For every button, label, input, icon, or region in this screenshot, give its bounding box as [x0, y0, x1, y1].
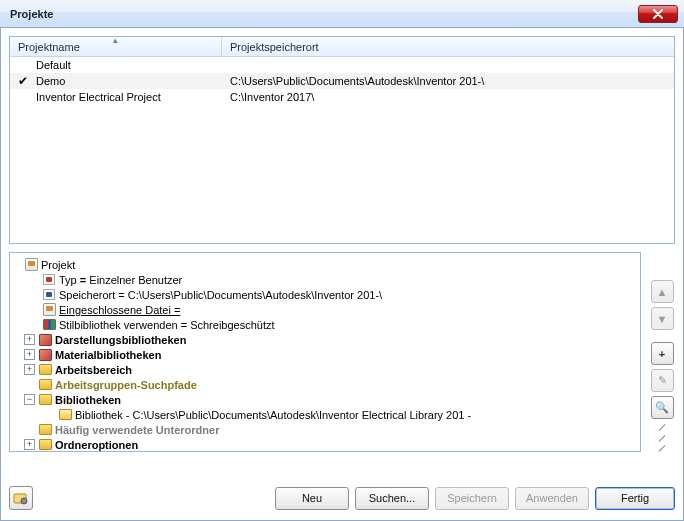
tree-folder-options[interactable]: + Ordneroptionen [14, 437, 636, 452]
bottom-toolbar: Neu Suchen... Speichern Anwenden Fertig [9, 484, 675, 512]
project-list-header: ▴ Projektname Projektspeicherort [10, 37, 674, 57]
tree-appearance-libraries[interactable]: + Darstellungsbibliotheken [14, 332, 636, 347]
project-name-cell: Demo [36, 75, 222, 87]
storage-icon [42, 288, 56, 301]
tree-included-file-label: Eingeschlossene Datei = [59, 304, 180, 316]
expander-plus-icon[interactable]: + [24, 364, 35, 375]
tree-type[interactable]: Typ = Einzelner Benutzer [14, 272, 636, 287]
new-button[interactable]: Neu [275, 487, 349, 510]
included-file-icon [42, 303, 56, 316]
done-button-label: Fertig [621, 492, 649, 504]
edit-button[interactable]: ✎ [651, 369, 674, 392]
tree-appearance-libraries-label: Darstellungsbibliotheken [55, 334, 186, 346]
project-file-icon [24, 258, 38, 271]
done-button[interactable]: Fertig [595, 487, 675, 510]
side-toolbar: ▲ ▼ + ✎ 🔍 [650, 280, 674, 449]
project-location-cell: C:\Users\Public\Documents\Autodesk\Inven… [222, 75, 674, 87]
swatch-icon [42, 318, 56, 331]
tree-root[interactable]: Projekt [14, 257, 636, 272]
search-button-label: Suchen... [369, 492, 415, 504]
folder-open-icon [58, 408, 72, 421]
tree-style-library-label: Stilbibliothek verwenden = Schreibgeschü… [59, 319, 275, 331]
tree-workspace[interactable]: + Arbeitsbereich [14, 362, 636, 377]
tree-library-item[interactable]: Bibliothek - C:\Users\Public\Documents\A… [14, 407, 636, 422]
tree-frequent-subfolders[interactable]: Häufig verwendete Unterordner [14, 422, 636, 437]
folder-icon [38, 393, 52, 406]
project-row[interactable]: Inventor Electrical ProjectC:\Inventor 2… [10, 89, 674, 105]
project-row[interactable]: Default [10, 57, 674, 73]
expander-plus-icon[interactable]: + [24, 334, 35, 345]
tree-library-item-label: Bibliothek - C:\Users\Public\Documents\A… [75, 409, 471, 421]
column-header-location-label: Projektspeicherort [230, 41, 319, 53]
tree-frequent-subfolders-label: Häufig verwendete Unterordner [55, 424, 219, 436]
folder-settings-button[interactable] [9, 486, 33, 510]
tree-included-file[interactable]: Eingeschlossene Datei = [14, 302, 636, 317]
save-button: Speichern [435, 487, 509, 510]
folder-gear-icon [13, 491, 29, 505]
arrow-down-icon: ▼ [657, 313, 668, 325]
tree-libraries[interactable]: − Bibliotheken [14, 392, 636, 407]
tree-workgroup-search-paths[interactable]: Arbeitsgruppen-Suchpfade [14, 377, 636, 392]
close-button[interactable] [638, 5, 678, 23]
apply-button-label: Anwenden [526, 492, 578, 504]
expander-plus-icon[interactable]: + [24, 439, 35, 450]
active-check-icon: ✔ [10, 74, 36, 88]
magnifier-icon: 🔍 [655, 401, 669, 414]
tree-libraries-label: Bibliotheken [55, 394, 121, 406]
tree-style-library[interactable]: Stilbibliothek verwenden = Schreibgeschü… [14, 317, 636, 332]
tree-type-label: Typ = Einzelner Benutzer [59, 274, 182, 286]
folder-icon [38, 363, 52, 376]
add-button[interactable]: + [651, 342, 674, 365]
project-list-body: Default✔DemoC:\Users\Public\Documents\Au… [10, 57, 674, 243]
column-header-location[interactable]: Projektspeicherort [222, 37, 674, 56]
titlebar: Projekte [0, 0, 684, 28]
column-header-name-label: Projektname [18, 41, 80, 53]
type-icon [42, 273, 56, 286]
project-name-cell: Default [36, 59, 222, 71]
pencil-icon: ✎ [658, 374, 667, 387]
tree-storage-label: Speicherort = C:\Users\Public\Documents\… [59, 289, 382, 301]
material-icon [38, 348, 52, 361]
column-header-name[interactable]: ▴ Projektname [10, 37, 222, 56]
arrow-up-icon: ▲ [657, 286, 668, 298]
tree-storage[interactable]: Speicherort = C:\Users\Public\Documents\… [14, 287, 636, 302]
tree-workspace-label: Arbeitsbereich [55, 364, 132, 376]
resize-handle-icon[interactable] [659, 427, 665, 449]
close-icon [652, 9, 664, 19]
save-button-label: Speichern [447, 492, 497, 504]
browse-button[interactable]: 🔍 [651, 396, 674, 419]
search-button[interactable]: Suchen... [355, 487, 429, 510]
sort-asc-icon: ▴ [113, 35, 118, 45]
folder-icon [38, 423, 52, 436]
project-name-cell: Inventor Electrical Project [36, 91, 222, 103]
tree-root-label: Projekt [41, 259, 75, 271]
folder-icon [38, 438, 52, 451]
project-tree: Projekt Typ = Einzelner Benutzer Speiche… [9, 252, 641, 452]
expander-plus-icon[interactable]: + [24, 349, 35, 360]
tree-workgroup-search-paths-label: Arbeitsgruppen-Suchpfade [55, 379, 197, 391]
tree-material-libraries-label: Materialbibliotheken [55, 349, 161, 361]
tree-material-libraries[interactable]: + Materialbibliotheken [14, 347, 636, 362]
project-list: ▴ Projektname Projektspeicherort Default… [9, 36, 675, 244]
expander-minus-icon[interactable]: − [24, 394, 35, 405]
folder-icon [38, 378, 52, 391]
move-down-button[interactable]: ▼ [651, 307, 674, 330]
window-title: Projekte [10, 8, 638, 20]
move-up-button[interactable]: ▲ [651, 280, 674, 303]
svg-point-1 [21, 498, 27, 504]
project-row[interactable]: ✔DemoC:\Users\Public\Documents\Autodesk\… [10, 73, 674, 89]
apply-button: Anwenden [515, 487, 589, 510]
plus-icon: + [659, 348, 665, 360]
new-button-label: Neu [302, 492, 322, 504]
project-location-cell: C:\Inventor 2017\ [222, 91, 674, 103]
appearance-icon [38, 333, 52, 346]
tree-folder-options-label: Ordneroptionen [55, 439, 138, 451]
